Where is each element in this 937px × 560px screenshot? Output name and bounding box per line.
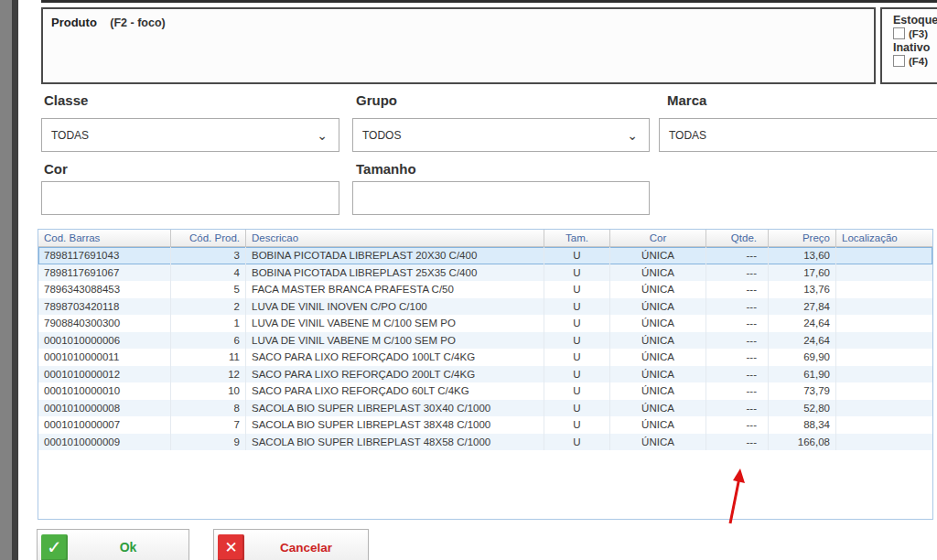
column-header[interactable]: Descricao	[245, 230, 544, 246]
marca-label: Marca	[667, 92, 706, 108]
product-search-dialog: Produto (F2 - foco) Estoque (F3) Inativo…	[0, 0, 937, 560]
table-cell	[835, 382, 932, 400]
table-cell: 1	[170, 315, 245, 332]
table-cell: SACOLA BIO SUPER LIBREPLAST 48X58 C/1000	[245, 434, 544, 451]
classe-select-value: TODAS	[51, 129, 317, 142]
table-cell: 13,76	[768, 281, 835, 298]
table-cell: U	[544, 298, 609, 316]
table-row[interactable]: 00010100000088SACOLA BIO SUPER LIBREPLAS…	[38, 400, 932, 417]
table-cell: 0001010000010	[38, 382, 170, 400]
table-cell: 13,60	[768, 247, 835, 264]
table-cell: ÚNICA	[609, 247, 705, 264]
flags-box: Estoque (F3) Inativo (F4)	[880, 7, 937, 84]
table-cell: ÚNICA	[609, 281, 705, 298]
column-header[interactable]: Cor	[609, 230, 705, 246]
inativo-checkbox[interactable]	[893, 55, 905, 67]
estoque-shortcut: (F3)	[909, 28, 928, 39]
table-cell: 7896343088453	[38, 281, 170, 298]
table-cell: 6	[170, 332, 245, 350]
table-row[interactable]: 78963430884535FACA MASTER BRANCA PRAFEST…	[38, 281, 932, 298]
column-header[interactable]: Qtde.	[705, 230, 768, 246]
table-cell: BOBINA PICOTADA LIBREPLAST 20X30 C/400	[245, 247, 544, 264]
table-cell: ---	[705, 382, 768, 400]
cancel-button[interactable]: ✕ Cancelar	[213, 529, 369, 560]
classe-select[interactable]: TODAS ⌄	[41, 118, 339, 152]
table-cell: 2	[170, 298, 245, 316]
table-cell: SACOLA BIO SUPER LIBREPLAST 30X40 C/1000	[245, 400, 544, 417]
table-cell: ---	[705, 264, 768, 282]
produto-input-box[interactable]: Produto (F2 - foco)	[41, 7, 876, 84]
table-cell: 69,90	[768, 349, 835, 366]
table-cell: U	[544, 400, 609, 417]
table-cell: 7	[170, 416, 245, 434]
table-row[interactable]: 78987034201182LUVA DE VINIL INOVEN C/PO …	[38, 298, 932, 316]
table-cell: 7898117691043	[38, 247, 170, 264]
table-row[interactable]: 00010100000099SACOLA BIO SUPER LIBREPLAS…	[38, 434, 932, 451]
table-cell	[835, 281, 932, 298]
grupo-select-value: TODOS	[362, 129, 627, 142]
table-cell: ÚNICA	[609, 416, 705, 434]
column-header[interactable]: Localização	[835, 230, 932, 246]
cor-input[interactable]	[41, 181, 339, 215]
table-cell: 17,60	[768, 264, 835, 282]
table-cell: ---	[705, 434, 768, 451]
table-cell: ÚNICA	[609, 298, 705, 316]
table-cell: U	[544, 247, 609, 264]
column-header[interactable]: Tam.	[544, 230, 609, 246]
produto-label: Produto	[51, 16, 97, 29]
table-cell	[835, 298, 932, 316]
table-cell: 52,80	[768, 400, 835, 417]
table-cell: 11	[170, 349, 245, 366]
product-table: Cod. BarrasCód. Prod.DescricaoTam.CorQtd…	[38, 229, 933, 520]
inativo-label: Inativo	[893, 41, 937, 54]
table-cell: ÚNICA	[609, 382, 705, 400]
table-cell: 166,08	[768, 434, 835, 451]
marca-select-value: TODAS	[669, 129, 937, 142]
table-cell	[835, 349, 932, 366]
table-cell: 10	[170, 382, 245, 400]
table-row[interactable]: 00010100000077SACOLA BIO SUPER LIBREPLAS…	[38, 416, 932, 434]
table-cell: ÚNICA	[609, 366, 705, 383]
table-cell: U	[544, 264, 609, 282]
table-cell: ---	[705, 298, 768, 316]
table-cell: U	[544, 349, 609, 366]
table-row[interactable]: 78981176910433BOBINA PICOTADA LIBREPLAST…	[38, 247, 932, 264]
table-row[interactable]: 000101000001111SACO PARA LIXO REFORÇADO …	[38, 349, 932, 366]
classe-label: Classe	[44, 92, 88, 108]
column-header[interactable]: Cod. Barras	[38, 230, 170, 246]
table-cell: LUVA DE VINIL VABENE M C/100 SEM PO	[245, 332, 544, 350]
window-edge-line	[12, 0, 18, 560]
column-header[interactable]: Cód. Prod.	[170, 230, 245, 246]
table-cell	[835, 416, 932, 434]
table-row[interactable]: 00010100000066LUVA DE VINIL VABENE M C/1…	[38, 332, 932, 350]
grupo-select[interactable]: TODOS ⌄	[352, 118, 650, 152]
table-cell: 5	[170, 281, 245, 298]
chevron-down-icon: ⌄	[317, 131, 328, 140]
table-cell: U	[544, 281, 609, 298]
table-cell: ÚNICA	[609, 434, 705, 451]
chevron-down-icon: ⌄	[627, 131, 638, 140]
table-cell: 0001010000007	[38, 416, 170, 434]
table-cell: BOBINA PICOTADA LIBREPLAST 25X35 C/400	[245, 264, 544, 282]
tamanho-input[interactable]	[352, 181, 650, 215]
table-cell: 3	[170, 247, 245, 264]
grupo-label: Grupo	[356, 92, 397, 108]
column-header[interactable]: Preço	[768, 230, 835, 246]
table-row[interactable]: 000101000001212SACO PARA LIXO REFORÇADO …	[38, 366, 932, 383]
table-cell	[835, 332, 932, 350]
table-cell: SACO PARA LIXO REFORÇADO 200LT C/4KG	[245, 366, 544, 383]
table-cell: ---	[705, 349, 768, 366]
window-edge-strip	[0, 0, 12, 560]
estoque-checkbox[interactable]	[893, 27, 905, 39]
table-cell: ---	[705, 416, 768, 434]
table-row[interactable]: 000101000001010SACO PARA LIXO REFORÇADO …	[38, 382, 932, 400]
tamanho-label: Tamanho	[356, 161, 416, 177]
table-cell	[835, 315, 932, 332]
table-cell: U	[544, 366, 609, 383]
ok-button[interactable]: ✓ Ok	[37, 529, 189, 560]
table-cell: 88,34	[768, 416, 835, 434]
table-cell	[835, 400, 932, 417]
table-row[interactable]: 79088403003001LUVA DE VINIL VABENE M C/1…	[38, 315, 932, 332]
table-row[interactable]: 78981176910674BOBINA PICOTADA LIBREPLAST…	[38, 264, 932, 282]
marca-select[interactable]: TODAS	[659, 118, 937, 152]
